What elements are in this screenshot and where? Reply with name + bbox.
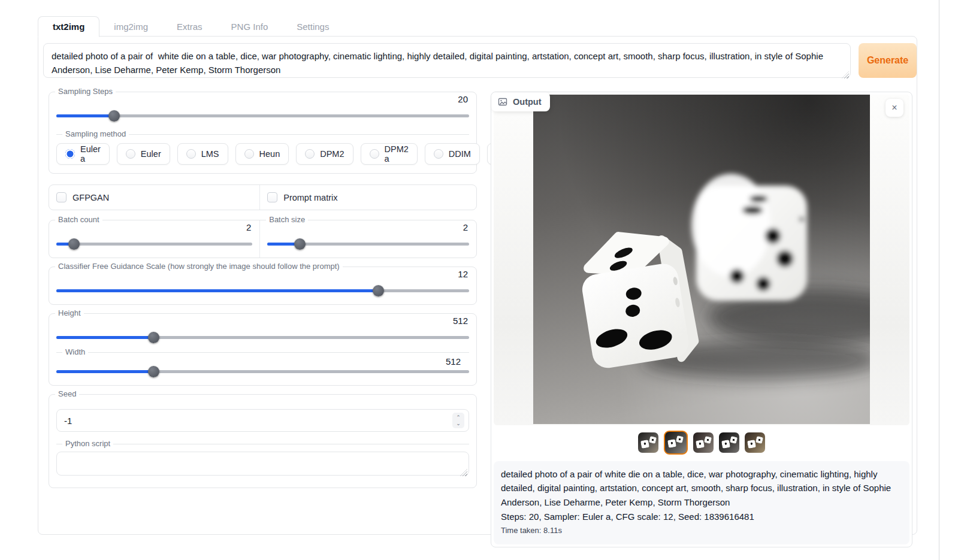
slider-knob[interactable] <box>108 110 120 122</box>
thumbnail-strip <box>491 429 912 456</box>
radio-label: LMS <box>201 149 219 159</box>
output-caption: detailed photo of a pair of white die on… <box>494 461 909 544</box>
gfpgan-option[interactable]: GFPGAN <box>56 192 252 202</box>
radio-icon[interactable] <box>434 149 443 159</box>
tab-extras[interactable]: Extras <box>162 17 217 37</box>
radio-label: Heun <box>259 149 280 159</box>
output-thumbnail-2[interactable] <box>664 431 688 455</box>
radio-icon[interactable] <box>305 149 315 159</box>
sampling-method-option-ddim[interactable]: DDIM <box>425 143 480 165</box>
prompt-row: detailed photo of a pair of white die on… <box>43 43 917 80</box>
batch-size-value: 2 <box>463 222 468 232</box>
image-letterbox-right <box>869 95 909 425</box>
batch-count-slider[interactable] <box>56 238 252 249</box>
prompt-matrix-option[interactable]: Prompt matrix <box>267 192 469 202</box>
gfpgan-label: GFPGAN <box>72 193 109 202</box>
prompt-input[interactable]: detailed photo of a pair of white die on… <box>43 43 851 78</box>
stepper-down-icon[interactable]: ⌄ <box>456 421 461 426</box>
dimensions-group: Height 512 Width 512 <box>49 313 477 386</box>
batch-count-value: 2 <box>246 222 251 232</box>
settings-column: Sampling Steps 20 Sampling method Euler … <box>49 92 477 547</box>
radio-label: Euler <box>141 149 161 159</box>
output-thumbnail-1[interactable] <box>638 432 658 453</box>
cfg-scale-slider[interactable] <box>56 285 469 296</box>
height-label: Height <box>55 308 84 317</box>
sampling-method-label: Sampling method <box>62 129 129 138</box>
sampling-method-section: Sampling method Euler aEulerLMSHeunDPM2D… <box>56 134 469 165</box>
radio-icon[interactable] <box>370 149 379 159</box>
tab-settings[interactable]: Settings <box>282 17 343 37</box>
radio-icon[interactable] <box>126 149 135 159</box>
output-thumbnail-5[interactable] <box>745 432 765 453</box>
caption-time-text: Time taken: 8.11s <box>501 526 902 535</box>
txt2img-panel: detailed photo of a pair of white die on… <box>38 36 917 535</box>
image-letterbox-left <box>494 95 533 425</box>
batch-row: Batch count 2 Batch size 2 <box>49 220 477 258</box>
batch-size-label: Batch size <box>266 215 308 224</box>
sampling-group: Sampling Steps 20 Sampling method Euler … <box>49 92 477 174</box>
sampling-method-option-lms[interactable]: LMS <box>177 143 228 165</box>
tab-txt2img[interactable]: txt2img <box>38 16 99 37</box>
output-panel: Output × <box>491 92 912 547</box>
width-label: Width <box>62 347 88 356</box>
cfg-scale-value: 12 <box>458 269 468 279</box>
slider-knob[interactable] <box>68 238 80 250</box>
gfpgan-checkbox[interactable] <box>56 192 67 202</box>
sampling-method-option-dpm2-a[interactable]: DPM2 a <box>361 143 418 165</box>
cfg-scale-group: Classifier Free Guidance Scale (how stro… <box>49 267 477 305</box>
width-value: 512 <box>446 356 461 367</box>
radio-icon[interactable] <box>244 149 254 159</box>
output-thumbnail-3[interactable] <box>693 432 714 453</box>
sampling-steps-slider[interactable] <box>56 110 469 121</box>
radio-label: Euler a <box>80 144 101 164</box>
sampling-method-options: Euler aEulerLMSHeunDPM2DPM2 aDDIMPLMS <box>56 143 469 165</box>
cfg-scale-label: Classifier Free Guidance Scale (how stro… <box>55 262 343 271</box>
output-image-stage[interactable] <box>494 95 909 425</box>
prompt-matrix-checkbox[interactable] <box>267 192 277 202</box>
prompt-matrix-label: Prompt matrix <box>283 193 337 202</box>
slider-knob[interactable] <box>148 332 159 343</box>
python-script-section: Python script <box>56 444 469 478</box>
radio-label: DPM2 a <box>385 144 409 164</box>
batch-size-slider[interactable] <box>267 238 469 249</box>
page-scroll-edge <box>939 0 939 560</box>
toggles-row: GFPGAN Prompt matrix <box>49 184 477 210</box>
radio-icon[interactable] <box>65 149 75 159</box>
width-slider[interactable] <box>56 366 469 377</box>
sampling-steps-value: 20 <box>458 94 468 104</box>
output-panel-header: Output <box>491 92 550 111</box>
generate-button[interactable]: Generate <box>859 43 917 78</box>
seed-label: Seed <box>55 389 79 398</box>
seed-script-group: Seed ⌃ ⌄ Python script <box>49 394 477 488</box>
caption-prompt-text: detailed photo of a pair of white die on… <box>501 467 902 509</box>
height-slider[interactable] <box>56 332 469 343</box>
sampling-steps-label: Sampling Steps <box>55 87 116 96</box>
seed-input[interactable] <box>56 409 469 432</box>
caption-params-text: Steps: 20, Sampler: Euler a, CFG scale: … <box>501 510 902 524</box>
generated-image-dice[interactable] <box>533 95 870 424</box>
image-icon <box>498 97 507 107</box>
stepper-up-icon[interactable]: ⌃ <box>456 415 461 420</box>
tab-bar: txt2imgimg2imgExtrasPNG InfoSettings <box>38 16 343 37</box>
height-value: 512 <box>453 316 468 326</box>
radio-icon[interactable] <box>186 149 196 159</box>
width-section: Width 512 <box>56 352 469 377</box>
output-thumbnail-4[interactable] <box>719 432 739 453</box>
slider-knob[interactable] <box>148 366 159 377</box>
tab-img2img[interactable]: img2img <box>99 17 162 37</box>
tab-png-info[interactable]: PNG Info <box>217 17 283 37</box>
python-script-label: Python script <box>62 439 113 448</box>
radio-label: DDIM <box>449 149 471 159</box>
python-script-input[interactable] <box>56 452 469 476</box>
slider-knob[interactable] <box>373 285 384 296</box>
sampling-method-option-euler-a[interactable]: Euler a <box>56 143 110 165</box>
output-panel-label: Output <box>513 97 542 107</box>
sampling-method-option-heun[interactable]: Heun <box>235 143 289 165</box>
sampling-method-option-euler[interactable]: Euler <box>117 143 170 165</box>
slider-knob[interactable] <box>294 238 306 250</box>
seed-stepper[interactable]: ⌃ ⌄ <box>452 413 464 428</box>
close-output-button[interactable]: × <box>886 99 903 117</box>
batch-count-label: Batch count <box>55 215 102 224</box>
radio-label: DPM2 <box>320 149 344 159</box>
sampling-method-option-dpm2[interactable]: DPM2 <box>296 143 353 165</box>
